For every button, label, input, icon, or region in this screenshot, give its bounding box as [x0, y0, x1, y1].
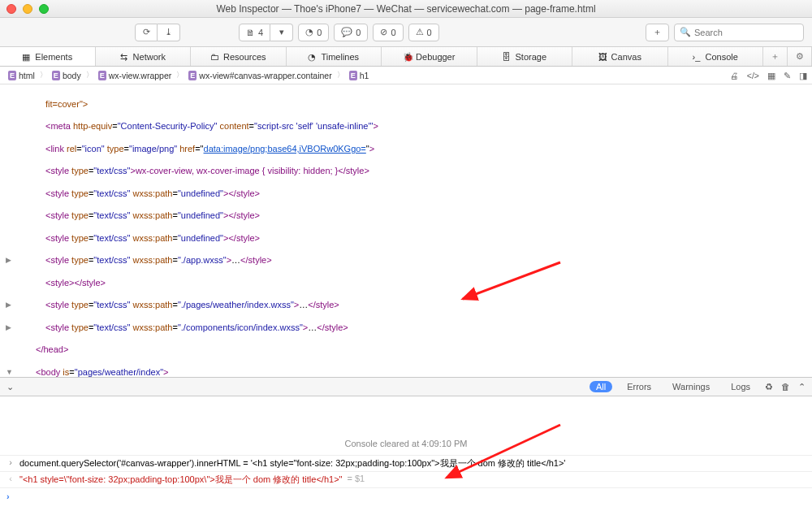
canvas-icon: 🖼 — [598, 52, 607, 61]
reload-button[interactable]: ⟳ — [135, 24, 158, 41]
messages-count[interactable]: 💬0 — [334, 24, 368, 41]
elements-icon: ▦ — [22, 52, 31, 61]
issues-count[interactable]: ⊘0 — [373, 24, 403, 41]
dom-node[interactable]: <style type="text/css" wxss:path="undefi… — [16, 188, 812, 200]
filter-all[interactable]: All — [590, 381, 612, 392]
breadcrumb: Ehtml〉 Ebody〉 Ewx-view.wrapper〉 Ewx-view… — [0, 67, 812, 84]
tab-count-button[interactable]: 🗎 4 — [239, 24, 270, 41]
grid-icon[interactable]: ▦ — [767, 71, 775, 80]
dom-node[interactable]: </head> — [16, 344, 812, 356]
panel-tabs: ▦Elements ⇆Network 🗀Resources ◔Timelines… — [0, 47, 812, 67]
tab-network[interactable]: ⇆Network — [96, 47, 192, 66]
plus-button[interactable]: ＋ — [646, 24, 669, 41]
tab-debugger[interactable]: 🐞Debugger — [382, 47, 477, 66]
dom-node[interactable]: ▶<style type="text/css" wxss:path="./pag… — [16, 300, 812, 311]
dom-node[interactable]: ▶<style type="text/css" wxss:path="./app… — [16, 255, 812, 266]
dom-node[interactable]: fit=cover"> — [16, 99, 812, 110]
edit-icon[interactable]: ✎ — [784, 71, 791, 80]
clear-console-icon[interactable]: 🗑 — [781, 382, 790, 392]
search-input[interactable] — [694, 28, 798, 37]
console-header: ⌄ All Errors Warnings Logs ♻ 🗑 ⌃ — [0, 377, 812, 396]
collapse-icon[interactable]: ⌃ — [798, 382, 806, 392]
titlebar: Web Inspector — Thoe's iPhone7 — WeChat … — [0, 0, 812, 18]
dropdown-button[interactable]: ▾ — [270, 24, 293, 41]
timelines-icon: ◔ — [308, 52, 317, 61]
console-toggle-icon[interactable]: ⌄ — [6, 382, 14, 392]
tab-canvas[interactable]: 🖼Canvas — [572, 47, 668, 66]
storage-icon: 🗄 — [502, 52, 511, 61]
input-chevron-icon: › — [6, 457, 15, 467]
tab-console[interactable]: ›_Console — [668, 47, 764, 66]
breadcrumb-actions: 🖨 </> ▦ ✎ ◨ — [730, 71, 807, 80]
dom-node[interactable]: <style></style> — [16, 278, 812, 289]
console-input-line[interactable]: › document.querySelector('#canvas-wrappe… — [0, 455, 812, 471]
dom-tree[interactable]: fit=cover"> <meta http-equiv="Content-Se… — [0, 84, 812, 377]
expand-toggle[interactable]: ▶ — [6, 256, 11, 265]
dom-node[interactable]: <style type="text/css">wx-cover-view, wx… — [16, 166, 812, 177]
download-button[interactable]: ⤓ — [158, 24, 180, 41]
dom-node[interactable]: <style type="text/css" wxss:path="undefi… — [16, 210, 812, 222]
console-body[interactable]: Console cleared at 4:09:10 PM › document… — [0, 396, 812, 525]
filter-logs[interactable]: Logs — [724, 381, 757, 392]
resources-icon: 🗀 — [210, 52, 219, 61]
tab-elements[interactable]: ▦Elements — [0, 47, 96, 66]
nav-group: ⟳ ⤓ — [135, 24, 180, 41]
search-icon: 🔍 — [680, 27, 691, 37]
gc-icon[interactable]: ♻ — [765, 382, 773, 392]
tab-timelines[interactable]: ◔Timelines — [287, 47, 382, 66]
timeline-count[interactable]: ◔0 — [298, 24, 329, 41]
search-box[interactable]: 🔍 — [674, 24, 804, 41]
output-chevron-icon: ‹ — [6, 474, 15, 483]
dom-node[interactable]: ▼<body is="pages/weather/index"> — [16, 367, 812, 377]
bc-wrapper[interactable]: Ewx-view.wrapper — [95, 70, 175, 81]
filter-warnings[interactable]: Warnings — [666, 381, 716, 392]
console-icon: ›_ — [693, 52, 702, 61]
bc-html[interactable]: Ehtml — [5, 70, 38, 81]
bc-container[interactable]: Ewx-view#canvas-wrapper.container — [185, 70, 335, 81]
console-cleared-message: Console cleared at 4:09:10 PM — [0, 401, 812, 455]
tab-resources[interactable]: 🗀Resources — [191, 47, 287, 66]
console-prompt[interactable]: › — [0, 487, 812, 504]
tab-storage[interactable]: 🗄Storage — [477, 47, 573, 66]
bc-h1[interactable]: Eh1 — [346, 70, 373, 81]
dom-node[interactable]: <link rel="icon" type="image/png" href="… — [16, 144, 812, 155]
console-output-line[interactable]: ‹ "<h1 style=\"font-size: 32px;padding-t… — [0, 471, 812, 487]
print-icon[interactable]: 🖨 — [730, 71, 739, 80]
bc-body[interactable]: Ebody — [49, 70, 84, 81]
tab-settings-button[interactable]: ⚙ — [788, 47, 812, 66]
debugger-icon: 🐞 — [403, 52, 412, 61]
warnings-count[interactable]: ⚠0 — [408, 24, 439, 41]
dom-node[interactable]: ▶<style type="text/css" wxss:path="./com… — [16, 322, 812, 334]
filter-errors[interactable]: Errors — [620, 381, 658, 392]
dom-node[interactable]: <meta http-equiv="Content-Security-Polic… — [16, 121, 812, 132]
sidebar-toggle-icon[interactable]: ◨ — [799, 71, 807, 80]
toolbar: ⟳ ⤓ 🗎 4 ▾ ◔0 💬0 ⊘0 ⚠0 ＋ 🔍 — [0, 18, 812, 47]
add-tab-button[interactable]: ＋ — [763, 47, 788, 66]
window-title: Web Inspector — Thoe's iPhone7 — WeChat … — [0, 3, 812, 15]
prompt-icon: › — [6, 491, 10, 501]
code-icon[interactable]: </> — [747, 71, 759, 80]
dom-node[interactable]: <style type="text/css" wxss:path="undefi… — [16, 233, 812, 245]
network-icon: ⇆ — [120, 52, 129, 61]
